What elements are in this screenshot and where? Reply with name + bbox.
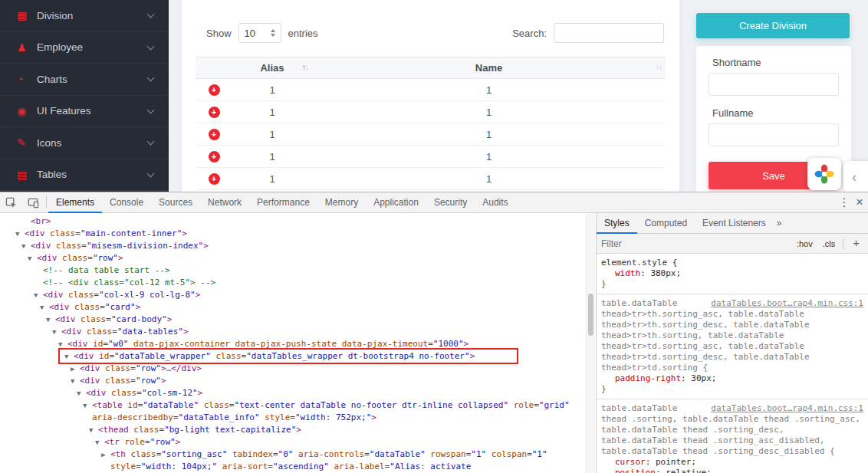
tab-computed[interactable]: Computed [637,213,695,234]
dom-tree-line[interactable]: ▼<div class="misesm-division-index"> [0,240,586,252]
css-property[interactable]: padding-right: 30px; [601,373,863,384]
rule-selector[interactable]: thead>tr>th.sorting_desc, table.dataTabl… [601,320,863,330]
inspect-element-button[interactable] [0,197,22,209]
dom-tree-line[interactable]: ▼<thead class="bg-light text-capitalize"… [0,424,586,436]
rule-selector[interactable]: thead>tr>th.sorting_asc, table.dataTable [601,309,863,320]
dom-tree-line[interactable]: ▶<th class="sorting_asc" tabindex="0" ar… [0,448,586,473]
tree-expand-arrow[interactable]: ▼ [46,314,55,326]
dom-tree-line[interactable]: ▼<div class="card"> [0,301,586,314]
tree-expand-arrow[interactable]: ▼ [52,326,61,338]
pseudo-state-toggle[interactable]: :hov [794,238,815,250]
tab-styles[interactable]: Styles [597,213,637,234]
sidebar-item-division[interactable]: ▦Division [0,0,169,32]
devtools-tab-sources[interactable]: Sources [151,192,200,213]
tree-expand-arrow[interactable]: ▶ [71,363,80,375]
employee-icon: ♟ [17,41,37,54]
search-input[interactable] [554,23,664,43]
dom-tree-line[interactable]: ▼<table id="dataTable" class="text-cente… [0,399,586,424]
tree-expand-arrow[interactable]: ▼ [77,387,86,399]
expand-row-icon[interactable]: + [209,107,220,118]
devtools-menu-icon[interactable]: ⋮ [837,195,851,209]
tree-expand-arrow[interactable]: ▼ [40,301,49,314]
drawer-handle[interactable]: ‹ [843,161,868,192]
rule-selector[interactable]: element.style { [601,258,863,268]
dom-tree-line[interactable]: ▼<div class="row"> [0,375,586,387]
dom-tree-line[interactable]: ▼<div id="w0" data-pjax-container data-p… [0,338,586,350]
rule-selector[interactable]: table.dataTable thead .sorting_desc_disa… [601,446,863,457]
tree-expand-arrow[interactable]: ▼ [21,240,31,252]
devtools-tab-security[interactable]: Security [426,192,475,213]
device-toolbar-button[interactable] [22,197,44,209]
tree-expand-arrow[interactable]: ▼ [58,338,67,350]
tree-expand-arrow[interactable]: ▶ [101,448,110,461]
expand-row-icon[interactable]: + [209,173,220,185]
division-table-card: Show 10 entries Search: [182,0,679,192]
styles-filter-input[interactable] [601,238,789,249]
sidebar-item-icons[interactable]: ✎Icons [0,127,169,159]
rule-selector[interactable]: table.dataTable thead .sorting_asc_disab… [601,435,863,446]
devtools-toolbar: ElementsConsoleSourcesNetworkPerformance… [0,192,868,213]
css-property[interactable]: position: relative; [601,468,863,473]
devtools-close-icon[interactable]: × [853,195,866,209]
property-name: padding-right [615,373,681,383]
expand-row-icon[interactable]: + [209,151,220,163]
tree-expand-arrow[interactable]: ▼ [71,375,80,387]
sidebar-item-charts[interactable]: ◔Charts [0,64,169,96]
tree-expand-arrow[interactable]: ▼ [83,399,92,412]
new-style-rule-button[interactable]: + [849,236,863,251]
dom-tree-line[interactable]: ▼<div id="dataTable_wrapper" class="data… [0,350,586,363]
tree-expand-arrow[interactable]: ▼ [34,289,43,301]
stylesheet-link[interactable]: dataTables.boot…rap4.min.css:1 [711,403,863,414]
dom-tree-line[interactable]: ▼<div class="card-body"> [0,314,586,326]
devtools-panel: ElementsConsoleSourcesNetworkPerformance… [0,192,868,473]
tree-expand-arrow[interactable]: ▼ [28,252,37,264]
sidebar-item-tables[interactable]: ▤Tables [0,159,169,192]
tree-expand-arrow[interactable]: ▼ [15,228,25,240]
sidebar-item-employee[interactable]: ♟Employee [0,32,169,64]
scrollbar-thumb[interactable] [588,294,593,336]
expand-row-icon[interactable]: + [209,84,220,96]
rule-selector[interactable]: thead>tr>td.sorting_desc, table.dataTabl… [601,352,863,363]
devtools-tab-elements[interactable]: Elements [48,192,102,213]
expand-row-icon[interactable]: + [209,129,220,140]
extension-overlay-icon[interactable] [807,158,841,190]
dom-tree-line[interactable]: ▼<div class="data-tables"> [0,326,586,338]
devtools-tab-application[interactable]: Application [366,192,426,213]
shortname-field[interactable] [709,73,839,96]
devtools-tab-performance[interactable]: Performance [249,192,317,213]
dom-tree-line[interactable]: ▼<div class="main-content-inner"> [0,228,586,240]
dom-tree-line[interactable]: <!-- data table start --> [0,264,586,277]
dom-tree-line[interactable]: ▶<div class="row">…</div> [0,363,586,375]
elements-scrollbar[interactable] [586,213,595,473]
tree-expand-arrow[interactable]: ▼ [89,424,98,436]
rule-selector[interactable]: thead .sorting, table.dataTable thead .s… [601,414,863,425]
dom-tree-line[interactable]: <br> [0,215,586,228]
sidebar-item-ui-features[interactable]: ◉UI Features [0,96,169,128]
tab-event-listeners[interactable]: Event Listeners [695,213,774,234]
dom-tree-line[interactable]: <!-- <div class="col-12 mt-5"> --> [0,277,586,289]
rule-selector[interactable]: thead>tr>td.sorting { [601,363,863,373]
devtools-tab-network[interactable]: Network [200,192,249,213]
page-size-select[interactable]: 10 [238,23,281,43]
column-header-name[interactable]: Name↑↓ [312,57,666,79]
dom-tree-line[interactable]: ▼<div class="col-xl-9 col-lg-8"> [0,289,586,301]
rule-selector[interactable]: table.dataTable thead .sorting_desc, [601,425,863,435]
dom-tree-line[interactable]: ▼<tr role="row"> [0,436,586,448]
css-property[interactable]: cursor: pointer; [601,457,863,468]
create-division-button[interactable]: Create Division [696,13,850,38]
tree-expand-arrow[interactable]: ▼ [95,436,104,448]
devtools-tab-memory[interactable]: Memory [317,192,366,213]
tree-expand-arrow[interactable]: ▼ [64,350,74,363]
dom-tree-line[interactable]: ▼<div class="row"> [0,252,586,264]
rule-selector[interactable]: thead>tr>td.sorting_asc, table.dataTable [601,341,863,352]
tab-overflow-icon[interactable]: » [777,218,782,228]
devtools-tab-console[interactable]: Console [102,192,151,213]
column-header-alias[interactable]: Alias↑↓ [232,57,312,79]
rule-selector[interactable]: thead>tr>th.sorting, table.dataTable [601,330,863,341]
class-toggle[interactable]: .cls [820,238,838,250]
dom-tree-line[interactable]: ▼<div class="col-sm-12"> [0,387,586,399]
fullname-field[interactable] [709,123,839,146]
devtools-tab-audits[interactable]: Audits [475,192,515,213]
css-property[interactable]: width: 380px; [601,268,863,279]
stylesheet-link[interactable]: dataTables.boot…rap4.min.css:1 [711,298,863,309]
